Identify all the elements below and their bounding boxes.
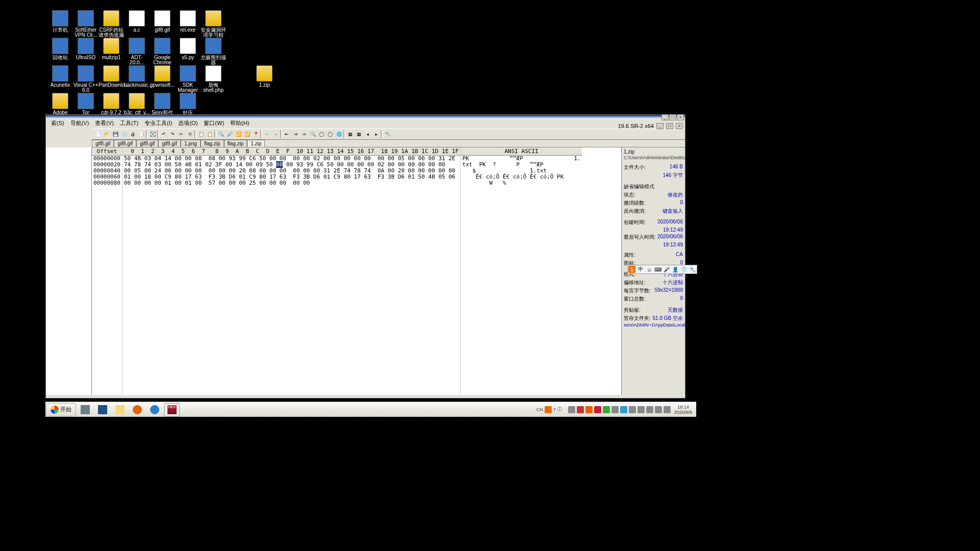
file-tab[interactable]: gif8.gif bbox=[114, 140, 136, 147]
nav3-icon[interactable]: ⇒ bbox=[300, 130, 308, 138]
desktop-icon[interactable]: Visual C++ 6.0 bbox=[72, 65, 99, 93]
desktop-icon[interactable]: rel.exe bbox=[175, 10, 201, 33]
minimize-button[interactable]: _ bbox=[662, 114, 669, 120]
tray-clock[interactable]: 19:14 2020/6/6 bbox=[672, 405, 694, 415]
nav6-icon[interactable]: ◯ bbox=[326, 130, 334, 138]
desktop-icon[interactable]: cdr-9.7.2 bbox=[98, 93, 125, 115]
task-app-icon[interactable] bbox=[147, 403, 162, 416]
ime-tool-icon[interactable]: 🔧 bbox=[689, 266, 696, 273]
desktop-icon[interactable]: gif8.gif bbox=[149, 10, 176, 33]
menu-item[interactable]: 窗口(W) bbox=[201, 118, 227, 128]
desktop-icon[interactable]: Acunetix bbox=[47, 65, 74, 88]
menu-item[interactable]: 选项(O) bbox=[175, 118, 201, 128]
close-icon[interactable]: × bbox=[676, 123, 683, 129]
ime-smile-icon[interactable]: ☺ bbox=[646, 266, 653, 273]
block2-icon[interactable]: ▦ bbox=[355, 130, 363, 138]
desktop-icon[interactable]: gpwnsoft... bbox=[149, 65, 176, 88]
fwd-icon[interactable]: → bbox=[272, 130, 280, 138]
hex-view[interactable]: Offset 000000000000002000000040000000600… bbox=[92, 147, 621, 395]
ime-logo-icon[interactable]: S bbox=[628, 266, 635, 273]
back-icon[interactable]: ← bbox=[263, 130, 271, 138]
file-tab[interactable]: gif8.gif bbox=[92, 140, 114, 147]
nav4-icon[interactable]: 🔍 bbox=[309, 130, 317, 138]
file-tab[interactable]: flag.zip bbox=[224, 140, 248, 147]
tray-icon-10[interactable] bbox=[646, 406, 653, 413]
desktop-icon[interactable]: b3c_ctf_v... bbox=[124, 93, 150, 115]
minimize-icon[interactable]: _ bbox=[656, 123, 664, 129]
paste-icon[interactable]: 📋 bbox=[197, 130, 205, 138]
tray-icon-9[interactable] bbox=[638, 406, 645, 413]
print-icon[interactable]: 🖨 bbox=[129, 130, 137, 138]
close-button[interactable]: × bbox=[677, 114, 684, 120]
ime-skin-icon[interactable]: 👕 bbox=[680, 266, 688, 273]
desktop-icon[interactable]: Adobe bbox=[47, 93, 74, 115]
findhex-icon[interactable]: 🔎 bbox=[226, 130, 234, 138]
desktop-icon[interactable]: 后悔shell.php bbox=[200, 65, 227, 93]
tray-help-icon[interactable]: ? bbox=[553, 407, 556, 412]
start-button[interactable]: 开始 bbox=[46, 403, 76, 416]
desktop-icon[interactable]: UltraISO bbox=[72, 38, 99, 60]
task-server-icon[interactable] bbox=[78, 403, 93, 416]
file-tab[interactable]: 1.png bbox=[181, 140, 201, 147]
replace-icon[interactable]: 🔁 bbox=[234, 130, 242, 138]
next-icon[interactable]: ▸ bbox=[372, 130, 380, 138]
save-icon[interactable]: 💾 bbox=[111, 130, 119, 138]
tray-icon-8[interactable] bbox=[629, 406, 636, 413]
nav7-icon[interactable]: 🌐 bbox=[335, 130, 343, 138]
desktop-icon[interactable]: 1.zip bbox=[251, 65, 278, 88]
ascii-cell[interactable]: W % bbox=[461, 180, 582, 186]
tray-icon-11[interactable] bbox=[655, 406, 662, 413]
desktop-icon[interactable]: multzip1 bbox=[98, 38, 125, 60]
replace2-icon[interactable]: 🔂 bbox=[243, 130, 251, 138]
file-tab[interactable]: gif8.gif bbox=[158, 140, 180, 147]
nav1-icon[interactable]: ⇤ bbox=[283, 130, 291, 138]
options-icon[interactable]: 🔧 bbox=[383, 130, 391, 138]
desktop-icon[interactable]: backmusic... bbox=[124, 65, 150, 88]
nav5-icon[interactable]: ◯ bbox=[317, 130, 326, 138]
desktop-icon[interactable]: PanDownlo... bbox=[98, 65, 125, 88]
prev-icon[interactable]: ◂ bbox=[363, 130, 372, 138]
menu-item[interactable]: 索(S) bbox=[48, 118, 67, 128]
restore-icon[interactable]: □ bbox=[666, 123, 673, 129]
offset-cell[interactable]: 00000080 bbox=[92, 180, 122, 186]
desktop-icon[interactable]: 计算机 bbox=[47, 10, 74, 33]
tray-icon-2[interactable] bbox=[577, 406, 584, 413]
ime-lang-icon[interactable]: 中 bbox=[637, 266, 644, 273]
file-tab[interactable]: gif8.gif bbox=[136, 140, 158, 147]
ime-keyboard-icon[interactable]: ⌨ bbox=[654, 266, 662, 273]
menu-item[interactable]: 专业工具(I) bbox=[141, 118, 175, 128]
tray-sogou-icon[interactable] bbox=[545, 406, 552, 413]
desktop-icon[interactable]: s5.py bbox=[175, 38, 201, 60]
maximize-button[interactable]: □ bbox=[669, 114, 676, 120]
desktop-icon[interactable]: 好压 bbox=[175, 93, 201, 115]
goto-icon[interactable]: 📍 bbox=[252, 130, 260, 138]
task-firefox-icon[interactable] bbox=[130, 403, 145, 416]
tray-icon-7[interactable] bbox=[620, 406, 627, 413]
tray-icon-1[interactable] bbox=[568, 406, 575, 413]
block1-icon[interactable]: ▦ bbox=[346, 130, 354, 138]
desktop-icon[interactable]: Google Chrome bbox=[149, 38, 176, 65]
file-tab[interactable]: flag.zip bbox=[201, 140, 224, 147]
desktop-icon[interactable]: ADT-20.0... bbox=[124, 38, 150, 65]
undo-icon[interactable]: ↶ bbox=[160, 130, 168, 138]
desktop-icon[interactable]: SoftEther VPN Cli... bbox=[72, 10, 99, 38]
menu-item[interactable]: 工具(T) bbox=[117, 118, 141, 128]
props-icon[interactable]: 📑 bbox=[137, 130, 145, 138]
saveall-icon[interactable]: 💿 bbox=[120, 130, 128, 138]
desktop-icon[interactable]: 回收站 bbox=[47, 38, 74, 60]
tray-icon-12[interactable] bbox=[664, 406, 671, 413]
task-winhex-icon[interactable]: HEX bbox=[164, 403, 180, 416]
task-powershell-icon[interactable] bbox=[95, 403, 110, 416]
tray-icon-5[interactable] bbox=[603, 406, 610, 413]
disk-icon[interactable]: 💽 bbox=[149, 130, 157, 138]
cut-icon[interactable]: ✂ bbox=[177, 130, 185, 138]
menu-item[interactable]: 导航(V) bbox=[67, 118, 92, 128]
desktop-icon[interactable]: 北极熊扫描器 bbox=[200, 38, 227, 65]
ime-toolbar[interactable]: S 中 ☺ ⌨ 🎤 👤 👕 🔧 bbox=[627, 265, 697, 274]
hex-cell[interactable]: 00 00 00 00 01 00 01 00 57 00 00 00 25 0… bbox=[122, 180, 460, 186]
open-icon[interactable]: 📂 bbox=[103, 130, 111, 138]
tray-icon-3[interactable] bbox=[585, 406, 593, 413]
ime-person-icon[interactable]: 👤 bbox=[672, 266, 679, 273]
paste2-icon[interactable]: 📋 bbox=[206, 130, 214, 138]
tray-icon-6[interactable] bbox=[611, 406, 619, 413]
